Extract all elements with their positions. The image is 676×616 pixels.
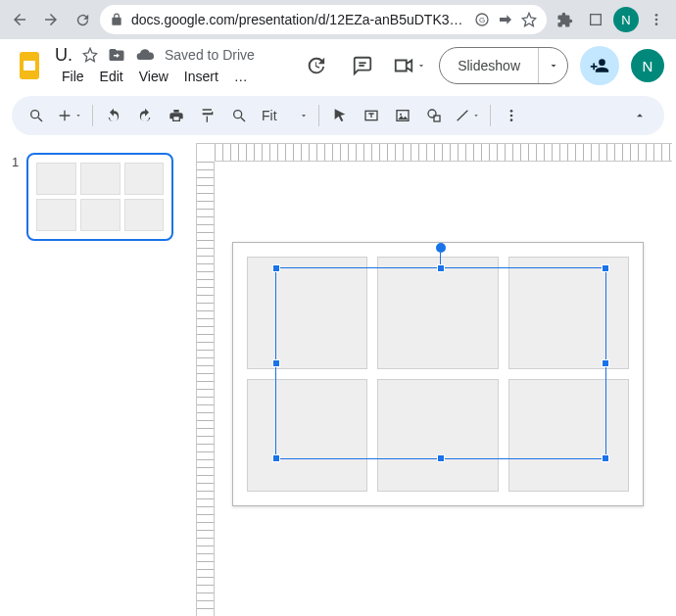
cursor-icon — [332, 108, 348, 123]
cloud-status-button[interactable] — [135, 45, 155, 65]
meet-button[interactable] — [392, 48, 427, 83]
paint-roller-icon — [200, 108, 216, 123]
caret-down-icon — [299, 111, 309, 120]
move-document-button[interactable] — [108, 46, 125, 64]
textbox-button[interactable] — [357, 101, 386, 130]
svg-point-5 — [655, 23, 658, 25]
browser-profile-avatar[interactable]: N — [613, 7, 639, 32]
chevron-up-icon — [633, 109, 647, 122]
line-button[interactable] — [451, 101, 484, 130]
svg-point-20 — [509, 110, 512, 113]
paint-format-button[interactable] — [193, 101, 222, 130]
svg-line-11 — [38, 118, 42, 121]
video-icon — [393, 55, 414, 76]
star-outline-icon[interactable] — [521, 12, 537, 27]
more-tools-button[interactable] — [497, 101, 526, 130]
star-outline-icon — [82, 47, 98, 63]
more-vert-icon — [649, 12, 664, 27]
slideshow-button-group: Slideshow — [439, 47, 568, 84]
grid-cell[interactable] — [247, 379, 367, 492]
account-avatar[interactable]: N — [631, 49, 664, 82]
slideshow-button[interactable]: Slideshow — [440, 48, 538, 83]
canvas-area[interactable] — [196, 143, 672, 616]
grid-cell[interactable] — [247, 257, 367, 369]
zoom-level-dropdown[interactable]: Fit — [256, 101, 313, 130]
cloud-icon — [135, 45, 155, 65]
new-slide-button[interactable] — [53, 101, 86, 130]
shape-button[interactable] — [419, 101, 449, 130]
version-history-button[interactable] — [298, 48, 333, 83]
document-title[interactable]: U. — [55, 45, 72, 66]
more-vert-icon — [504, 108, 519, 123]
print-button[interactable] — [162, 101, 191, 130]
caret-down-icon — [74, 112, 82, 119]
svg-text:G: G — [479, 16, 485, 24]
menu-view[interactable]: View — [132, 67, 175, 86]
browser-chrome: docs.google.com/presentation/d/12EZa-anB… — [0, 0, 676, 39]
browser-menu-button[interactable] — [643, 6, 670, 33]
svg-point-10 — [31, 111, 39, 118]
google-search-icon[interactable]: G — [474, 12, 490, 27]
shapes-icon — [426, 108, 442, 123]
menu-more[interactable]: … — [227, 67, 255, 86]
undo-icon — [106, 108, 121, 123]
svg-point-3 — [655, 14, 658, 17]
thumbnail-panel: 1 — [0, 143, 196, 616]
redo-button[interactable] — [130, 101, 160, 130]
caret-down-icon — [416, 61, 426, 71]
svg-rect-7 — [24, 61, 35, 71]
menu-edit[interactable]: Edit — [93, 67, 130, 86]
extensions-button[interactable] — [551, 6, 578, 33]
undo-button[interactable] — [99, 101, 128, 130]
caret-down-icon — [548, 60, 559, 71]
menu-insert[interactable]: Insert — [177, 67, 225, 86]
menu-bar: File Edit View Insert … — [55, 67, 290, 86]
slides-logo-icon — [14, 50, 45, 81]
toolbar-separator — [490, 105, 491, 126]
tab-overview-button[interactable] — [582, 6, 609, 33]
svg-point-12 — [234, 111, 242, 118]
forward-button[interactable] — [37, 6, 65, 33]
redo-icon — [137, 108, 153, 123]
zoom-button[interactable] — [224, 101, 254, 130]
menu-file[interactable]: File — [55, 67, 91, 86]
history-icon — [305, 55, 326, 76]
toolbar-separator — [318, 105, 319, 126]
select-tool-button[interactable] — [325, 101, 355, 130]
grid-cell[interactable] — [377, 257, 498, 369]
comment-icon — [352, 55, 373, 76]
slides-logo[interactable] — [12, 48, 47, 83]
folder-move-icon — [108, 46, 125, 64]
quick-share-button[interactable] — [580, 46, 619, 85]
grid-cell[interactable] — [377, 379, 498, 492]
vertical-ruler — [197, 162, 215, 616]
slideshow-dropdown-button[interactable] — [538, 48, 567, 83]
grid-cell[interactable] — [508, 257, 629, 369]
puzzle-icon — [556, 12, 573, 28]
toolbar: Fit — [12, 96, 664, 135]
slide-canvas[interactable] — [232, 242, 644, 506]
svg-point-21 — [509, 115, 512, 118]
grid-cell[interactable] — [508, 379, 629, 492]
svg-point-17 — [428, 110, 436, 118]
person-add-icon — [590, 56, 609, 75]
image-button[interactable] — [388, 101, 417, 130]
svg-rect-2 — [591, 15, 602, 25]
back-button[interactable] — [6, 6, 33, 33]
collapse-toolbar-button[interactable] — [625, 101, 654, 130]
slide-content-grid — [247, 257, 629, 492]
address-bar[interactable]: docs.google.com/presentation/d/12EZa-anB… — [100, 5, 547, 34]
search-icon — [28, 108, 44, 123]
svg-point-16 — [400, 114, 402, 116]
reload-button[interactable] — [69, 6, 96, 33]
save-status-text: Saved to Drive — [165, 47, 255, 63]
plus-icon — [57, 108, 72, 123]
slide-thumbnail-1[interactable] — [26, 153, 173, 241]
star-document-button[interactable] — [82, 47, 98, 63]
comments-button[interactable] — [345, 48, 380, 83]
url-text: docs.google.com/presentation/d/12EZa-anB… — [131, 12, 466, 27]
caret-down-icon — [472, 112, 480, 119]
app-header: U. Saved to Drive File Edit View Insert … — [0, 39, 676, 86]
share-url-icon[interactable] — [498, 12, 513, 27]
search-menus-button[interactable] — [22, 101, 51, 130]
